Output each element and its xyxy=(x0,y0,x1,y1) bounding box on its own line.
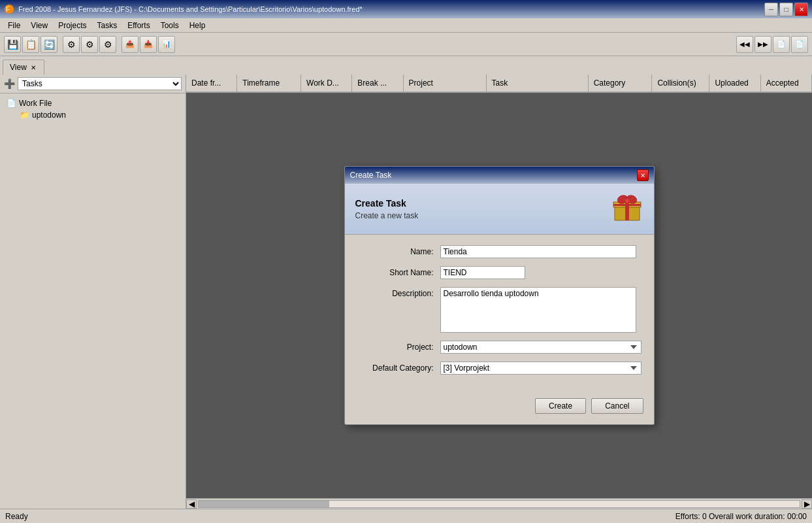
col-collision: Collision(s) xyxy=(652,75,709,92)
dialog-title: Create Task xyxy=(350,171,392,180)
refresh-button[interactable]: 🔄 xyxy=(41,36,57,53)
tab-view[interactable]: View ✕ xyxy=(3,59,44,75)
app-icon: F xyxy=(4,4,14,14)
settings2-button[interactable]: ⚙ xyxy=(81,36,98,53)
column-headers: Date fr... Timeframe Work D... Break ...… xyxy=(186,75,812,93)
sidebar-header: ➕ Tasks xyxy=(0,75,186,93)
document-icon: 📄 xyxy=(7,99,16,108)
description-input[interactable]: Desarrollo tienda uptodown xyxy=(440,287,636,333)
gift-icon xyxy=(611,192,643,226)
menu-bar: File View Projects Tasks Efforts Tools H… xyxy=(0,18,812,33)
name-input[interactable] xyxy=(440,245,636,258)
menu-efforts[interactable]: Efforts xyxy=(122,20,155,31)
dialog-overlay: Create Task ✕ Create Task Create a new t… xyxy=(186,93,812,498)
description-row: Description: Desarrollo tienda uptodown xyxy=(355,287,643,333)
dialog-body: Name: Short Name: Description: Desarroll… xyxy=(345,235,654,393)
toolbar: 💾 📋 🔄 ⚙ ⚙ ⚙ 📤 📥 📊 ◀◀ ▶▶ 📄 📄 xyxy=(0,33,812,56)
maximize-button[interactable]: □ xyxy=(779,3,793,16)
category-dropdown[interactable]: [3] Vorprojekt xyxy=(440,362,641,375)
title-bar: F Fred 2008 - Jesus Fernandez (JFS) - C:… xyxy=(0,0,812,18)
tree-child-uptodown[interactable]: 📁 uptodown xyxy=(17,109,182,121)
tree-child-label: uptodown xyxy=(32,110,66,120)
settings1-button[interactable]: ⚙ xyxy=(63,36,80,53)
dialog-header: Create Task Create a new task xyxy=(345,184,654,235)
h-scrollbar-track[interactable] xyxy=(198,500,800,508)
project-dropdown[interactable]: uptodown xyxy=(440,341,641,354)
dialog-footer: Create Cancel xyxy=(345,393,654,424)
menu-help[interactable]: Help xyxy=(184,20,211,31)
content-area: Date fr... Timeframe Work D... Break ...… xyxy=(186,75,812,509)
nav-prev-button[interactable]: ◀◀ xyxy=(736,36,753,53)
dialog-header-text: Create Task Create a new task xyxy=(355,198,419,220)
nav-next-button[interactable]: ▶▶ xyxy=(755,36,771,53)
dialog-header-title: Create Task xyxy=(355,198,419,209)
title-text: Fred 2008 - Jesus Fernandez (JFS) - C:\D… xyxy=(18,5,764,13)
col-accepted: Accepted xyxy=(761,75,812,92)
export2-button[interactable]: 📥 xyxy=(140,36,157,53)
sidebar: ➕ Tasks 📄 Work File 📁 uptodown xyxy=(0,75,186,509)
window-controls: ─ □ ✕ xyxy=(764,3,808,16)
short-name-label: Short Name: xyxy=(355,266,440,277)
col-timeframe: Timeframe xyxy=(237,75,301,92)
menu-projects[interactable]: Projects xyxy=(53,20,91,31)
cancel-button[interactable]: Cancel xyxy=(591,398,643,414)
tree-root[interactable]: 📄 Work File xyxy=(4,97,182,109)
project-row: Project: uptodown xyxy=(355,341,643,354)
svg-text:F: F xyxy=(6,6,10,13)
page1-button[interactable]: 📄 xyxy=(773,36,790,53)
col-date-from: Date fr... xyxy=(186,75,237,92)
dialog-close-button[interactable]: ✕ xyxy=(637,169,649,181)
status-text: Ready xyxy=(5,512,28,521)
category-label: Default Category: xyxy=(355,362,440,373)
tab-label: View xyxy=(10,63,27,72)
tab-close-button[interactable]: ✕ xyxy=(29,63,37,71)
settings3-button[interactable]: ⚙ xyxy=(99,36,116,53)
h-scrollbar[interactable]: ◀ ▶ xyxy=(186,498,812,509)
h-scrollbar-thumb[interactable] xyxy=(199,501,329,507)
main-layout: ➕ Tasks 📄 Work File 📁 uptodown Date fr..… xyxy=(0,75,812,509)
folder-icon: 📁 xyxy=(20,110,29,120)
svg-rect-5 xyxy=(613,204,641,206)
project-label: Project: xyxy=(355,341,440,352)
create-button[interactable]: Create xyxy=(535,398,586,414)
tree-root-label: Work File xyxy=(19,99,52,108)
sidebar-content: 📄 Work File 📁 uptodown xyxy=(0,93,186,509)
status-right: Efforts: 0 Overall work duration: 00:00 xyxy=(675,512,807,521)
chart-button[interactable]: 📊 xyxy=(158,36,175,53)
svg-point-8 xyxy=(625,199,629,203)
col-category: Category xyxy=(589,75,653,92)
scroll-right-button[interactable]: ▶ xyxy=(802,499,812,509)
grid-area: Create Task ✕ Create Task Create a new t… xyxy=(186,93,812,498)
export1-button[interactable]: 📤 xyxy=(122,36,138,53)
copy-button[interactable]: 📋 xyxy=(22,36,39,53)
sidebar-dropdown[interactable]: Tasks xyxy=(18,77,182,90)
create-task-dialog: Create Task ✕ Create Task Create a new t… xyxy=(344,166,655,425)
save-button[interactable]: 💾 xyxy=(4,36,21,53)
status-bar: Ready Efforts: 0 Overall work duration: … xyxy=(0,509,812,523)
scroll-left-button[interactable]: ◀ xyxy=(186,499,197,509)
col-task: Task xyxy=(487,75,589,92)
menu-tasks[interactable]: Tasks xyxy=(92,20,123,31)
minimize-button[interactable]: ─ xyxy=(764,3,778,16)
col-work-d: Work D... xyxy=(301,75,352,92)
menu-tools[interactable]: Tools xyxy=(155,20,184,31)
col-uploaded: Uploaded xyxy=(709,75,760,92)
description-label: Description: xyxy=(355,287,440,298)
menu-view[interactable]: View xyxy=(25,20,53,31)
category-row: Default Category: [3] Vorprojekt xyxy=(355,362,643,375)
col-project: Project xyxy=(404,75,487,92)
col-break: Break ... xyxy=(352,75,403,92)
close-button[interactable]: ✕ xyxy=(794,3,808,16)
page2-button[interactable]: 📄 xyxy=(791,36,808,53)
menu-file[interactable]: File xyxy=(3,20,25,31)
short-name-row: Short Name: xyxy=(355,266,643,279)
dialog-header-subtitle: Create a new task xyxy=(355,211,419,220)
name-row: Name: xyxy=(355,245,643,258)
name-label: Name: xyxy=(355,245,440,256)
dialog-titlebar: Create Task ✕ xyxy=(345,167,654,184)
tab-bar: View ✕ xyxy=(0,56,812,75)
short-name-input[interactable] xyxy=(440,266,525,279)
